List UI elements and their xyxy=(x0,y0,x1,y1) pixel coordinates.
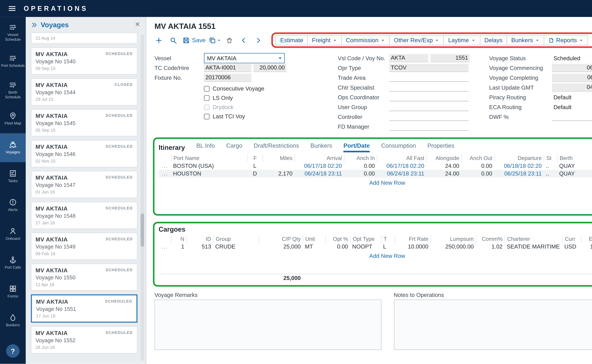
cell-departure[interactable]: 06/25/18 23:11 xyxy=(494,170,544,177)
menu-label: Bunkers xyxy=(511,37,533,43)
opr-type-field[interactable]: TCOV xyxy=(389,64,469,72)
menu-delays[interactable]: Delays xyxy=(480,35,507,45)
scrollbar-thumb[interactable] xyxy=(141,214,144,247)
fd-manager-field[interactable] xyxy=(389,122,469,130)
last-update-gmt-field[interactable]: 04/16/20 17:35 xyxy=(552,83,592,91)
sidebar-item-label: Alerts xyxy=(8,208,18,212)
itinerary-add-new-row[interactable]: Add New Row xyxy=(158,180,592,186)
menu-bunkers[interactable]: Bunkers xyxy=(507,35,544,45)
voyage-card[interactable]: SCHEDULEDMV AKTAIAVoyage No 154505 Sep 1… xyxy=(31,109,138,136)
tab-bunkers[interactable]: Bunkers xyxy=(310,143,332,152)
chtr-specialist-field[interactable] xyxy=(389,83,469,91)
delete-button[interactable] xyxy=(224,35,234,45)
voyage-remarks-textarea[interactable] xyxy=(155,299,381,350)
consecutive-voyage-checkbox[interactable] xyxy=(204,86,210,91)
cell-curr: USD xyxy=(562,243,581,251)
sidebar-item-vessel-schedule[interactable]: Vessel Schedule xyxy=(0,18,26,47)
eca-routing-value[interactable]: Default xyxy=(552,104,572,110)
voyage-card[interactable]: SCHEDULEDMV AKTAIAVoyage No 154009 Sep 1… xyxy=(31,47,138,75)
tab-draft-restrictions[interactable]: Draft/Restrictions xyxy=(254,143,299,152)
voyage-completing-field[interactable]: 06/25/18 23:11 xyxy=(552,73,592,82)
cell-all_fast[interactable]: 06/24/18 23:11 xyxy=(377,170,426,177)
sidebar-item-tasks[interactable]: Tasks xyxy=(0,162,26,191)
voyage-card[interactable]: CLOSEDMV AKTAIAVoyage No 154429 Jul 15 xyxy=(31,78,138,105)
column-header: Charterer xyxy=(505,235,562,243)
sidebar-item-onboard[interactable]: Onboard xyxy=(0,220,26,249)
ls-only-checkbox[interactable] xyxy=(204,95,210,101)
tab-properties[interactable]: Properties xyxy=(427,143,454,152)
cell-departure[interactable]: 06/18/18 02:20 xyxy=(494,162,544,170)
menu-commission[interactable]: Commission xyxy=(341,35,390,45)
row-menu-icon[interactable]: ... xyxy=(158,243,171,251)
checkbox-label: LS Only xyxy=(213,95,233,101)
voyage-remarks-label: Voyage Remarks xyxy=(155,292,381,298)
notes-to-operations-textarea[interactable] xyxy=(394,299,592,350)
sidebar-item-alerts[interactable]: Alerts xyxy=(0,191,26,220)
sidebar-item-port-schedule[interactable]: Port Schedule xyxy=(0,47,26,76)
voy-no-field[interactable]: 1551 xyxy=(430,54,470,62)
sidebar-item-forms[interactable]: Forms xyxy=(0,277,26,306)
voyage-card[interactable]: SCHEDULEDMV AKTAIAVoyage No 154701 Jan 1… xyxy=(31,171,138,198)
next-button[interactable] xyxy=(253,35,263,45)
hamburger-menu-button[interactable] xyxy=(0,4,24,13)
voyage-card[interactable]: SCHEDULEDMV AKTAIAVoyage No 155117 Jun 1… xyxy=(31,294,138,323)
chevrons-right-icon[interactable] xyxy=(31,21,38,28)
controller-field[interactable] xyxy=(389,112,469,121)
close-panel-button[interactable] xyxy=(134,21,141,28)
menu-other-rev-exp[interactable]: Other Rev/Exp xyxy=(389,35,444,45)
itinerary-row[interactable]: ...HOUSTOND2,17006/24/18 23:110.0006/24/… xyxy=(158,170,592,177)
duplicate-button[interactable] xyxy=(210,35,220,45)
voyage-card[interactable]: SCHEDULEDMV AKTAIAVoyage No 154602 Nov 1… xyxy=(31,140,138,167)
search-button[interactable] xyxy=(168,35,178,45)
sidebar-item-bunkers[interactable]: Bunkers xyxy=(0,306,26,335)
menu-estimate[interactable]: Estimate xyxy=(276,35,308,45)
voyage-card[interactable]: SCHEDULEDMV AKTAIAVoyage No 155012 Apr 1… xyxy=(31,264,138,291)
drydock-checkbox xyxy=(204,104,210,110)
tc-code-field[interactable]: AKTA-I0001 xyxy=(204,64,251,72)
voyage-card[interactable]: SCHEDULEDMV AKTAIAVoyage No 154909 Feb 1… xyxy=(31,233,138,260)
voyage-card[interactable]: SCHEDULEDMV AKTAIAVoyage No 155226 Jun 1… xyxy=(31,326,138,353)
piracy-routing-value[interactable]: Default xyxy=(552,94,572,100)
help-button[interactable]: ? xyxy=(6,344,20,358)
menu-laytime[interactable]: Laytime xyxy=(444,35,480,45)
tab-consumption[interactable]: Consumption xyxy=(381,143,416,152)
dwf-field[interactable]: 7.00 xyxy=(552,112,592,121)
itinerary-row[interactable]: ...BOSTON (USA)L06/17/18 02:200.0006/17/… xyxy=(158,162,592,170)
voyage-commencing-field[interactable]: 06/17/18 02:20 xyxy=(552,64,592,72)
column-header: Opt % xyxy=(325,235,350,243)
voyage-card[interactable]: SCHEDULEDMV AKTAIAVoyage No 154827 Jan 1… xyxy=(31,202,138,229)
last-tci-voy-checkbox[interactable] xyxy=(204,113,210,119)
trade-area-field[interactable] xyxy=(389,73,469,82)
vsl-code-field[interactable]: AKTA xyxy=(389,54,428,62)
save-button[interactable]: Save xyxy=(182,36,205,44)
prev-button[interactable] xyxy=(238,35,249,45)
sidebar-item-port-calls[interactable]: Port Calls xyxy=(0,248,26,277)
menu-freight[interactable]: Freight xyxy=(307,35,342,45)
fixture-no-field[interactable]: 20170006 xyxy=(204,73,251,82)
row-menu-icon[interactable]: ... xyxy=(158,162,171,170)
add-button[interactable] xyxy=(153,35,164,45)
sidebar-item-fleet-map[interactable]: Fleet Map xyxy=(0,104,26,133)
cargo-row[interactable]: ...1513CRUDE25,000MT0.00NOOPTL10.0000250… xyxy=(158,243,592,251)
cell-arrival[interactable]: 06/17/18 02:20 xyxy=(295,162,344,170)
cell-all_fast[interactable]: 06/17/18 02:20 xyxy=(377,162,426,170)
voyage-card-partial[interactable]: 21 Aug 14 xyxy=(31,32,138,44)
vsl-code-label: Vsl Code / Voy No. xyxy=(338,55,387,61)
user-group-field[interactable] xyxy=(389,103,469,111)
tab-bl-info[interactable]: BL Info xyxy=(196,143,215,152)
cell-arrival[interactable]: 06/24/18 23:11 xyxy=(295,170,344,177)
chevron-down-icon xyxy=(332,38,337,42)
tab-cargo[interactable]: Cargo xyxy=(226,143,242,152)
voyages-scrollbar[interactable] xyxy=(141,34,144,361)
vessel-select[interactable]: MV AKTAIA xyxy=(204,53,285,63)
cargoes-add-new-row[interactable]: Add New Row xyxy=(158,253,592,259)
row-menu-icon[interactable]: ... xyxy=(158,170,171,177)
sidebar-item-berth-schedule[interactable]: Berth Schedule xyxy=(0,76,26,104)
chevron-down-icon xyxy=(381,38,385,42)
sidebar-item-voyages[interactable]: Voyages xyxy=(0,133,26,162)
ops-coordinator-field[interactable] xyxy=(389,93,469,101)
tab-port-date[interactable]: Port/Date xyxy=(343,143,370,152)
bunkers-icon xyxy=(9,313,17,322)
tc-hire-field[interactable]: 20,000.00 xyxy=(253,64,286,72)
menu-reports[interactable]: Reports xyxy=(544,35,588,45)
